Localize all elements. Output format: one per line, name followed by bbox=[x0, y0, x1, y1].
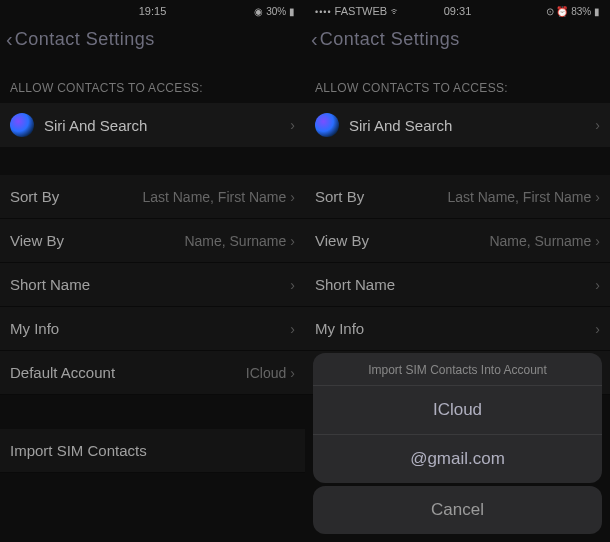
chevron-right-icon: › bbox=[595, 189, 600, 205]
section-gap bbox=[305, 147, 610, 175]
row-value: Last Name, First Name› bbox=[142, 189, 295, 205]
status-bar: FASTWEB ᯤ 09:31 ⊙ ⏰ 83% ▮ bbox=[305, 0, 610, 20]
row-label: Sort By bbox=[315, 188, 364, 205]
status-left: FASTWEB ᯤ bbox=[315, 5, 410, 17]
siri-icon bbox=[315, 113, 339, 137]
row-my-info[interactable]: My Info › bbox=[305, 307, 610, 351]
row-view-by[interactable]: View By Name, Surname› bbox=[305, 219, 610, 263]
action-sheet: Import SIM Contacts Into Account ICloud … bbox=[313, 353, 602, 483]
row-label: My Info bbox=[315, 320, 364, 337]
chevron-right-icon: › bbox=[595, 277, 600, 293]
section-label-access: ALLOW CONTACTS TO ACCESS: bbox=[0, 63, 305, 103]
screen-right: FASTWEB ᯤ 09:31 ⊙ ⏰ 83% ▮ ‹ Contact Sett… bbox=[305, 0, 610, 542]
sheet-option-gmail[interactable]: @gmail.com bbox=[313, 434, 602, 483]
row-value: Last Name, First Name› bbox=[447, 189, 600, 205]
row-my-info[interactable]: My Info › bbox=[0, 307, 305, 351]
signal-icon bbox=[315, 5, 332, 17]
status-bar: 19:15 ◉ 30% ▮ bbox=[0, 0, 305, 20]
siri-icon bbox=[10, 113, 34, 137]
row-value: › bbox=[290, 277, 295, 293]
row-view-by[interactable]: View By Name, Surname› bbox=[0, 219, 305, 263]
row-label: View By bbox=[10, 232, 64, 249]
chevron-right-icon: › bbox=[595, 321, 600, 337]
row-value: › bbox=[595, 277, 600, 293]
sheet-cancel-button[interactable]: Cancel bbox=[313, 486, 602, 534]
siri-search-row[interactable]: Siri And Search › bbox=[0, 103, 305, 147]
chevron-right-icon: › bbox=[290, 117, 295, 133]
action-sheet-title: Import SIM Contacts Into Account bbox=[313, 353, 602, 385]
status-right: ◉ 30% ▮ bbox=[200, 6, 295, 17]
section-gap bbox=[0, 147, 305, 175]
row-default-account[interactable]: Default Account ICloud› bbox=[0, 351, 305, 395]
nav-header[interactable]: ‹ Contact Settings bbox=[0, 20, 305, 63]
chevron-right-icon: › bbox=[290, 365, 295, 381]
sheet-option-icloud[interactable]: ICloud bbox=[313, 385, 602, 434]
status-time: 19:15 bbox=[105, 5, 200, 17]
row-sort-by[interactable]: Sort By Last Name, First Name› bbox=[0, 175, 305, 219]
row-value: › bbox=[290, 321, 295, 337]
siri-search-row[interactable]: Siri And Search › bbox=[305, 103, 610, 147]
battery-indicator: ◉ 30% ▮ bbox=[254, 6, 295, 17]
row-label: Default Account bbox=[10, 364, 115, 381]
chevron-right-icon: › bbox=[595, 117, 600, 133]
row-label: Short Name bbox=[10, 276, 90, 293]
chevron-right-icon: › bbox=[290, 277, 295, 293]
row-short-name[interactable]: Short Name › bbox=[0, 263, 305, 307]
screen-left: 19:15 ◉ 30% ▮ ‹ Contact Settings ALLOW C… bbox=[0, 0, 305, 542]
chevron-right-icon: › bbox=[290, 233, 295, 249]
chevron-right-icon: › bbox=[595, 233, 600, 249]
siri-label: Siri And Search bbox=[349, 117, 585, 134]
row-value: Name, Surname› bbox=[489, 233, 600, 249]
back-icon[interactable]: ‹ bbox=[6, 28, 13, 51]
page-title: Contact Settings bbox=[15, 29, 155, 50]
row-value: ICloud› bbox=[246, 365, 295, 381]
status-time: 09:31 bbox=[410, 5, 505, 17]
row-value: › bbox=[595, 321, 600, 337]
section-gap bbox=[0, 395, 305, 429]
status-right: ⊙ ⏰ 83% ▮ bbox=[505, 6, 600, 17]
siri-label: Siri And Search bbox=[44, 117, 280, 134]
back-icon[interactable]: ‹ bbox=[311, 28, 318, 51]
nav-header[interactable]: ‹ Contact Settings bbox=[305, 20, 610, 63]
chevron-right-icon: › bbox=[290, 321, 295, 337]
chevron-right-icon: › bbox=[290, 189, 295, 205]
row-label: View By bbox=[315, 232, 369, 249]
wifi-icon: ᯤ bbox=[390, 5, 401, 17]
page-title: Contact Settings bbox=[320, 29, 460, 50]
section-label-access: ALLOW CONTACTS TO ACCESS: bbox=[305, 63, 610, 103]
row-label: Sort By bbox=[10, 188, 59, 205]
row-label: Short Name bbox=[315, 276, 395, 293]
row-import-sim[interactable]: Import SIM Contacts bbox=[0, 429, 305, 473]
row-value: Name, Surname› bbox=[184, 233, 295, 249]
row-sort-by[interactable]: Sort By Last Name, First Name› bbox=[305, 175, 610, 219]
battery-indicator: ⊙ ⏰ 83% ▮ bbox=[546, 6, 600, 17]
row-label: My Info bbox=[10, 320, 59, 337]
carrier-label: FASTWEB bbox=[335, 5, 388, 17]
row-label: Import SIM Contacts bbox=[10, 442, 147, 459]
row-short-name[interactable]: Short Name › bbox=[305, 263, 610, 307]
